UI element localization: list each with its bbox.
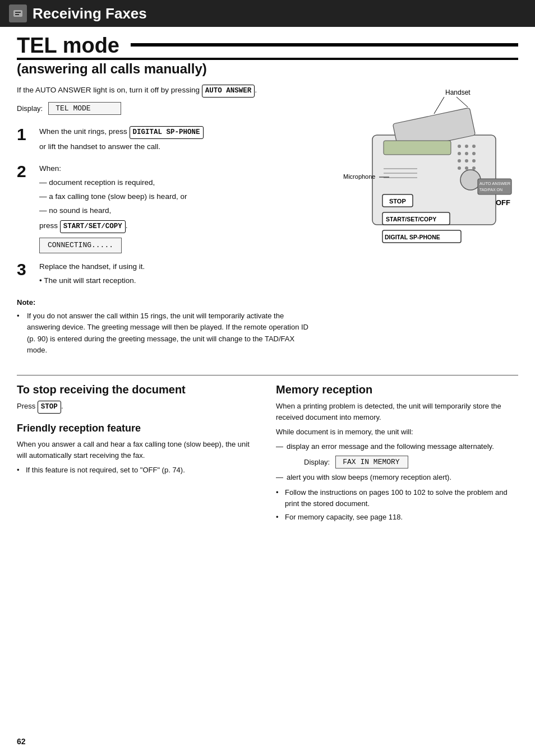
- svg-rect-1: [15, 12, 21, 13]
- svg-rect-7: [384, 141, 451, 155]
- svg-line-36: [434, 97, 444, 114]
- steps-container: 1 When the unit rings, press DIGITAL SP-…: [17, 126, 316, 289]
- memory-bullet2: — alert you with slow beeps (memory rece…: [276, 472, 518, 483]
- title-decoration: [131, 43, 518, 47]
- tel-mode-display: TEL MODE: [48, 102, 121, 115]
- step-3: 3 Replace the handset, if using it. • Th…: [17, 261, 316, 289]
- svg-point-12: [465, 152, 468, 155]
- friendly-section-text: When you answer a call and hear a fax ca…: [17, 439, 259, 461]
- svg-text:DIGITAL SP-PHONE: DIGITAL SP-PHONE: [385, 234, 440, 240]
- svg-point-16: [472, 159, 476, 163]
- main-divider: [17, 375, 518, 375]
- digital-sp-phone-btn-ref1: DIGITAL SP-PHONE: [130, 126, 204, 139]
- svg-point-17: [458, 166, 461, 170]
- svg-rect-0: [13, 10, 22, 17]
- page-title: Receiving Faxes: [33, 5, 147, 22]
- step-1: 1 When the unit rings, press DIGITAL SP-…: [17, 126, 316, 155]
- start-set-copy-btn-ref: START/SET/COPY: [60, 220, 126, 233]
- step-2: 2 When: — document reception is required…: [17, 163, 316, 253]
- stop-section-text: Press STOP.: [17, 401, 259, 414]
- friendly-section-heading: Friendly reception feature: [17, 423, 259, 434]
- answering-subtitle: (answering all calls manually): [17, 61, 518, 77]
- svg-text:TAD/FAX ON: TAD/FAX ON: [479, 188, 502, 192]
- memory-heading: Memory reception: [276, 383, 518, 396]
- svg-point-11: [458, 152, 461, 155]
- memory-section: Memory reception When a printing problem…: [276, 383, 518, 525]
- svg-text:STOP: STOP: [389, 198, 406, 205]
- svg-point-13: [472, 152, 476, 155]
- memory-bullet1: — display an error message and the follo…: [276, 441, 518, 452]
- svg-text:Handset: Handset: [445, 89, 471, 96]
- instructions-col: If the AUTO ANSWER light is on, turn it …: [17, 85, 316, 367]
- svg-line-4: [456, 97, 468, 107]
- memory-bullet3: • Follow the instructions on pages 100 t…: [276, 487, 518, 509]
- header-icon: [9, 4, 27, 22]
- svg-text:Microphone: Microphone: [343, 173, 375, 180]
- svg-rect-2: [15, 14, 19, 15]
- fax-diagram: Handset: [339, 85, 518, 258]
- fax-machine-svg: Handset: [339, 85, 518, 258]
- note-section: Note: • If you do not answer the call wi…: [17, 297, 316, 356]
- svg-point-19: [472, 166, 476, 170]
- svg-point-18: [465, 166, 468, 170]
- svg-text:START/SET/COPY: START/SET/COPY: [386, 216, 436, 222]
- svg-text:OFF: OFF: [496, 198, 510, 207]
- svg-text:AUTO ANSWER: AUTO ANSWER: [479, 181, 511, 186]
- svg-point-8: [458, 145, 461, 148]
- svg-point-14: [458, 159, 461, 163]
- friendly-bullet: • If this feature is not required, set t…: [17, 465, 259, 476]
- tel-mode-title: TEL mode: [17, 27, 518, 60]
- page-number: 62: [17, 737, 26, 746]
- stop-btn-ref: STOP: [38, 401, 61, 414]
- fax-in-memory-display-row: Display: FAX IN MEMORY: [304, 456, 518, 469]
- fax-diagram-col: Handset: [328, 85, 518, 367]
- stop-section-heading: To stop receiving the document: [17, 383, 259, 396]
- memory-bullet4: • For memory capacity, see page 118.: [276, 512, 518, 523]
- bottom-layout: To stop receiving the document Press STO…: [17, 383, 518, 525]
- svg-point-10: [472, 145, 476, 148]
- page-header: Receiving Faxes: [0, 0, 535, 27]
- svg-point-15: [465, 159, 468, 163]
- auto-answer-button-ref: AUTO ANSWER: [202, 85, 255, 98]
- display-row: Display: TEL MODE: [17, 102, 316, 115]
- auto-answer-instruction: If the AUTO ANSWER light is on, turn it …: [17, 85, 316, 98]
- connecting-display: CONNECTING.....: [39, 238, 122, 253]
- svg-point-9: [465, 145, 468, 148]
- fax-in-memory-display: FAX IN MEMORY: [335, 456, 408, 469]
- bottom-left-col: To stop receiving the document Press STO…: [17, 383, 259, 525]
